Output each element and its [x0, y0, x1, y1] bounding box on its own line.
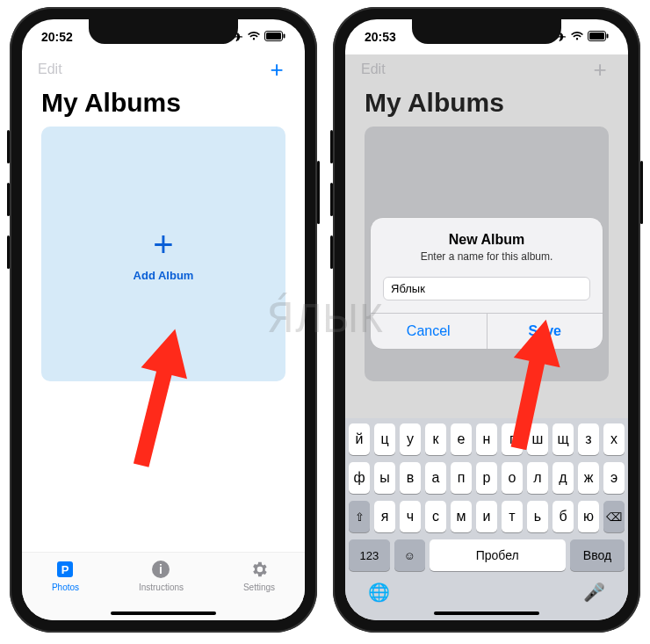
alert-subtitle: Enter a name for this album.	[383, 250, 590, 263]
notch	[412, 19, 561, 44]
tab-settings[interactable]: Settings	[243, 558, 275, 592]
status-time: 20:52	[41, 30, 73, 44]
key-ю[interactable]: ю	[578, 501, 599, 532]
edit-button[interactable]: Edit	[38, 62, 62, 77]
key-х[interactable]: х	[603, 423, 625, 455]
status-icons: ✈︎	[233, 30, 285, 44]
tab-label: Settings	[243, 582, 275, 592]
key-ф[interactable]: ф	[349, 462, 370, 494]
tab-instructions[interactable]: i Instructions	[139, 558, 184, 592]
wifi-icon	[247, 30, 261, 44]
key-н[interactable]: н	[476, 423, 497, 455]
key-й[interactable]: й	[349, 423, 370, 455]
phone-left: 20:52 ✈︎ Edit + My Albums +	[10, 7, 317, 633]
tab-label: Instructions	[139, 582, 184, 592]
key-ж[interactable]: ж	[578, 462, 599, 494]
key-з[interactable]: з	[578, 423, 599, 455]
keyboard-row-2: фывапролджэ	[349, 462, 625, 494]
keyboard-row-4: 123 ☺ Пробел Ввод	[349, 539, 625, 571]
keyboard[interactable]: йцукенгшщзх фывапролджэ ⇧ячсмитьбю⌫ 123 …	[345, 418, 628, 620]
phone-right: 20:53 ✈︎ Edit + My Albums	[333, 7, 640, 633]
info-icon: i	[149, 558, 172, 581]
key-у[interactable]: у	[400, 423, 421, 455]
battery-icon	[264, 30, 285, 44]
key-ц[interactable]: ц	[374, 423, 395, 455]
battery-icon	[588, 30, 609, 44]
gear-icon	[248, 558, 271, 581]
tab-bar: P Photos i Instructions Settings	[22, 552, 305, 620]
globe-icon[interactable]: 🌐	[368, 582, 390, 603]
backspace-key[interactable]: ⌫	[603, 501, 625, 532]
svg-rect-1	[266, 33, 281, 40]
key-д[interactable]: д	[552, 462, 574, 494]
key-ь[interactable]: ь	[527, 501, 548, 532]
alert-title: New Album	[383, 232, 590, 248]
key-л[interactable]: л	[527, 462, 548, 494]
home-indicator	[434, 611, 539, 615]
key-о[interactable]: о	[502, 462, 523, 494]
new-album-alert: New Album Enter a name for this album. C…	[371, 218, 603, 349]
keyboard-row-3: ⇧ячсмитьбю⌫	[349, 501, 625, 532]
mic-icon[interactable]: 🎤	[583, 582, 605, 603]
key-е[interactable]: е	[451, 423, 472, 455]
status-time: 20:53	[365, 30, 396, 44]
enter-key[interactable]: Ввод	[570, 539, 625, 571]
status-icons: ✈︎	[556, 30, 609, 44]
svg-rect-2	[284, 34, 285, 39]
svg-text:P: P	[61, 563, 69, 576]
svg-marker-7	[127, 327, 189, 467]
wifi-icon	[570, 30, 584, 44]
page-title: My Albums	[22, 83, 305, 127]
screen-left: 20:52 ✈︎ Edit + My Albums +	[22, 19, 305, 620]
svg-text:i: i	[160, 562, 163, 576]
tab-label: Photos	[52, 582, 79, 592]
svg-rect-9	[589, 33, 604, 40]
photos-icon: P	[54, 558, 76, 581]
key-б[interactable]: б	[552, 501, 574, 532]
plus-icon: +	[153, 227, 173, 262]
key-к[interactable]: к	[425, 423, 446, 455]
annotation-arrow	[502, 318, 563, 450]
cancel-button[interactable]: Cancel	[371, 314, 487, 349]
key-и[interactable]: и	[476, 501, 497, 532]
key-с[interactable]: с	[425, 501, 446, 532]
annotation-arrow	[127, 327, 189, 467]
key-ы[interactable]: ы	[374, 462, 395, 494]
key-ч[interactable]: ч	[400, 501, 421, 532]
nav-bar: Edit +	[22, 54, 305, 83]
shift-key[interactable]: ⇧	[349, 501, 370, 532]
key-а[interactable]: а	[425, 462, 446, 494]
svg-marker-11	[502, 318, 563, 450]
svg-rect-10	[607, 34, 609, 39]
key-т[interactable]: т	[502, 501, 523, 532]
key-р[interactable]: р	[476, 462, 497, 494]
key-п[interactable]: п	[451, 462, 472, 494]
keyboard-row-1: йцукенгшщзх	[349, 423, 625, 455]
key-э[interactable]: э	[603, 462, 625, 494]
album-name-input[interactable]	[383, 277, 590, 300]
notch	[89, 19, 238, 44]
add-button[interactable]: +	[264, 58, 289, 81]
tab-photos[interactable]: P Photos	[52, 558, 79, 592]
key-в[interactable]: в	[400, 462, 421, 494]
home-indicator	[111, 611, 216, 615]
screen-right: 20:53 ✈︎ Edit + My Albums	[345, 19, 628, 620]
emoji-key[interactable]: ☺	[394, 539, 425, 571]
key-м[interactable]: м	[451, 501, 472, 532]
key-я[interactable]: я	[374, 501, 395, 532]
num-key[interactable]: 123	[349, 539, 390, 571]
space-key[interactable]: Пробел	[430, 539, 566, 571]
add-album-label: Add Album	[134, 269, 194, 282]
